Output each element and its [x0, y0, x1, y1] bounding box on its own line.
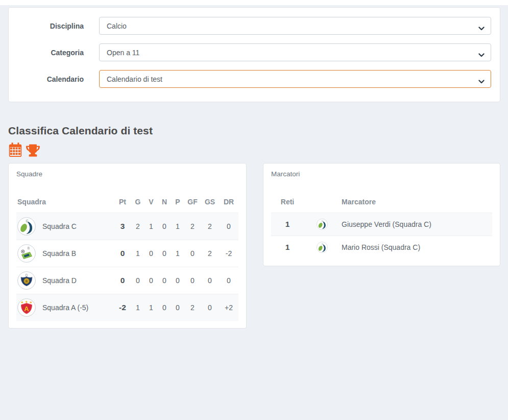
calendario-select[interactable]: Calendario di test: [99, 70, 491, 88]
squadra-a-logo: [17, 298, 36, 317]
points-value: 0: [114, 267, 131, 294]
stat-v: 0: [144, 267, 158, 294]
stat-v: 1: [144, 213, 158, 240]
list-item: 1 Giuseppe Verdi (Squadra C): [271, 213, 492, 236]
squadra-c-logo: [317, 242, 328, 253]
col-gf: GF: [184, 193, 201, 213]
stat-gs: 2: [201, 213, 219, 240]
stat-g: 1: [131, 294, 144, 321]
points-value: 3: [114, 213, 131, 240]
scorers-panel: Marcatori Reti Marcatore 1 Giuseppe Verd…: [263, 163, 500, 266]
stat-gf: 0: [184, 240, 201, 267]
stat-gf: 2: [184, 213, 201, 240]
player-name: Giuseppe Verdi (Squadra C): [341, 213, 492, 236]
stat-p: 1: [171, 240, 184, 267]
goals-value: 1: [271, 236, 304, 259]
col-g: G: [131, 193, 144, 213]
stat-p: 1: [171, 213, 184, 240]
stat-g: 1: [131, 240, 144, 267]
stat-dr: -2: [219, 240, 238, 267]
table-row: Squadra D 0 0 0 0 0 0 0 0: [16, 267, 238, 294]
stat-p: 0: [171, 267, 184, 294]
disciplina-select[interactable]: Calcio: [99, 17, 491, 35]
scorers-header-row: Reti Marcatore: [271, 193, 492, 213]
stat-gf: 0: [184, 267, 201, 294]
col-pt: Pt: [114, 193, 131, 213]
col-logo: [304, 193, 341, 213]
calendario-label: Calendario: [9, 75, 99, 83]
calendario-select-value: Calendario di test: [107, 75, 162, 83]
col-marcatore: Marcatore: [341, 193, 492, 213]
categoria-label: Categoria: [9, 49, 99, 57]
standings-panel: Squadre Squadra Pt G V N P GF GS DR: [8, 163, 247, 329]
stat-v: 1: [144, 294, 158, 321]
panels: Squadre Squadra Pt G V N P GF GS DR: [8, 163, 500, 329]
stat-v: 0: [144, 240, 158, 267]
stat-n: 0: [158, 240, 171, 267]
list-item: 1 Mario Rossi (Squadra C): [271, 236, 492, 259]
stat-dr: 0: [219, 267, 238, 294]
stat-g: 2: [131, 213, 144, 240]
goals-value: 1: [271, 213, 304, 236]
stat-gs: 0: [201, 294, 219, 321]
squadra-c-logo: [317, 219, 328, 230]
table-row: Squadra C 3 2 1 0 1 2 2 0: [16, 213, 238, 240]
filter-row-calendario: Calendario Calendario di test: [9, 70, 491, 88]
col-squadra: Squadra: [16, 193, 114, 213]
stat-p: 0: [171, 294, 184, 321]
col-p: P: [171, 193, 184, 213]
standings-header-row: Squadra Pt G V N P GF GS DR: [16, 193, 238, 213]
chevron-down-icon: [478, 24, 485, 32]
stat-dr: 0: [219, 213, 238, 240]
categoria-select[interactable]: Open a 11: [99, 43, 491, 61]
points-value: 0: [114, 240, 131, 267]
table-row: Squadra B 0 1 0 0 1 0 2 -2: [16, 240, 238, 267]
trophy-icon[interactable]: [26, 144, 40, 157]
stat-n: 0: [158, 213, 171, 240]
chevron-down-icon: [478, 51, 485, 59]
team-name: Squadra B: [42, 249, 76, 258]
team-name: Squadra D: [42, 276, 77, 285]
action-icons: [9, 143, 508, 157]
standings-panel-title: Squadre: [16, 170, 238, 178]
col-reti: Reti: [271, 193, 304, 213]
squadra-d-logo: [17, 271, 36, 290]
squadra-c-logo: [17, 217, 36, 236]
points-value: -2: [114, 294, 131, 321]
scorers-panel-title: Marcatori: [271, 170, 492, 178]
calendar-icon[interactable]: [9, 143, 22, 157]
col-n: N: [158, 193, 171, 213]
team-name: Squadra C: [42, 222, 77, 230]
page-top-strip: [0, 0, 508, 5]
disciplina-label: Disciplina: [9, 22, 99, 30]
stat-n: 0: [158, 267, 171, 294]
team-name: Squadra A (-5): [42, 304, 88, 312]
filter-row-disciplina: Disciplina Calcio: [9, 17, 491, 35]
player-name: Mario Rossi (Squadra C): [341, 236, 492, 259]
squadra-b-logo: [17, 244, 36, 263]
stat-g: 0: [131, 267, 144, 294]
filter-row-categoria: Categoria Open a 11: [9, 43, 491, 61]
categoria-select-value: Open a 11: [107, 49, 139, 57]
filter-card: Disciplina Calcio Categoria Open a 11 Ca…: [8, 7, 500, 102]
chevron-down-icon: [478, 77, 485, 85]
stat-dr: +2: [219, 294, 238, 321]
standings-table: Squadra Pt G V N P GF GS DR Squadra C: [16, 193, 238, 321]
stat-gf: 2: [184, 294, 201, 321]
col-gs: GS: [201, 193, 219, 213]
disciplina-select-value: Calcio: [107, 22, 127, 30]
stat-gs: 2: [201, 240, 219, 267]
page-title: Classifica Calendario di test: [8, 125, 500, 137]
col-dr: DR: [219, 193, 238, 213]
scorers-table: Reti Marcatore 1 Giuseppe Verdi (Squadra…: [271, 193, 492, 259]
stat-n: 0: [158, 294, 171, 321]
stat-gs: 0: [201, 267, 219, 294]
table-row: Squadra A (-5) -2 1 1 0 0 2 0 +2: [16, 294, 238, 321]
col-v: V: [144, 193, 158, 213]
